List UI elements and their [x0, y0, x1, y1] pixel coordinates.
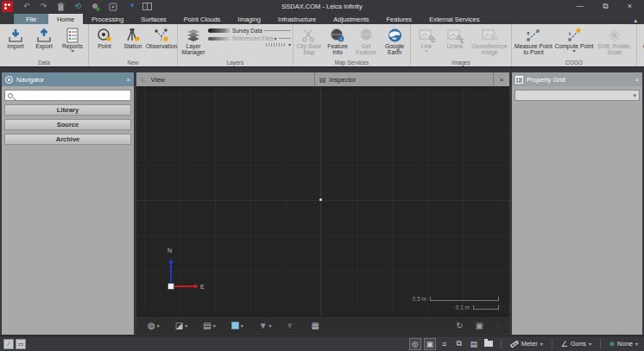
graphics-canvas[interactable]: N E 0.5 m 0.1 m: [136, 86, 509, 316]
ribbon-group-map-services: Clip Base Map i Feature Info Get Feature…: [294, 24, 411, 66]
layer-row-referenced-files[interactable]: Referenced Files: [208, 35, 291, 41]
tab-features[interactable]: Features: [378, 14, 421, 24]
compute-point-button[interactable]: Compute Point: [554, 25, 594, 53]
filter-disabled-icon: ▼: [286, 322, 294, 330]
group-label-layers: Layers: [180, 59, 291, 66]
view-panel: ∟ View ▤ Inspector × N E: [136, 72, 509, 335]
view-mode-button[interactable]: ▾: [229, 321, 246, 330]
close-button[interactable]: ×: [628, 3, 632, 10]
filter-secondary-button: ▼: [283, 321, 297, 331]
layer-row-survey-data[interactable]: Survey Data: [208, 28, 291, 34]
angle-unit-dropdown[interactable]: ∠ Gons ▾: [559, 339, 594, 349]
link-image-button: Link: [413, 25, 440, 53]
background-map-button[interactable]: ◍▾: [145, 321, 162, 331]
toggle-reports-button[interactable]: ▤: [468, 338, 480, 350]
archive-icon[interactable]: [108, 2, 117, 11]
north-label: N: [167, 248, 172, 254]
chevron-down-icon: ▾: [589, 341, 591, 347]
minimize-button[interactable]: —: [576, 3, 584, 10]
tab-inspector[interactable]: ▤ Inspector: [315, 72, 494, 86]
ribbon-group-coordinates: Coordinates: [637, 24, 644, 66]
point-icon: [97, 27, 112, 43]
filter-icon: ▼: [259, 322, 268, 330]
select-tool-button[interactable]: ◪▾: [173, 321, 190, 331]
tab-imaging[interactable]: Imaging: [229, 14, 269, 24]
tab-file[interactable]: File: [14, 14, 48, 24]
status-notes-icon[interactable]: ▭: [16, 339, 26, 349]
google-earth-button[interactable]: Google Earth: [381, 25, 408, 55]
redo-icon[interactable]: ↷: [39, 2, 48, 11]
new-point-button[interactable]: Point: [91, 25, 118, 49]
navigator-icon: [5, 76, 13, 84]
undo-icon[interactable]: ↶: [22, 2, 31, 11]
navigator-archive-button[interactable]: Archive: [4, 134, 131, 145]
tab-processing[interactable]: Processing: [83, 14, 132, 24]
navigator-header[interactable]: Navigator ×: [2, 72, 134, 86]
toggle-inspector-button[interactable]: ▣: [424, 338, 436, 350]
measure-point-to-point-button[interactable]: Measure Point to Point: [514, 25, 553, 55]
north-arrow: [170, 260, 172, 283]
view-pin-icon[interactable]: ×: [494, 72, 509, 86]
new-observation-button[interactable]: Observation: [148, 25, 175, 49]
refresh-view-button[interactable]: ↻: [456, 321, 463, 330]
scale-bars: 0.5 m 0.1 m: [413, 293, 499, 310]
navigator-source-button[interactable]: Source: [4, 119, 131, 130]
sync-icon[interactable]: ⟲: [73, 2, 83, 11]
status-sketch-icon[interactable]: ∕: [3, 339, 14, 349]
restore-button[interactable]: ⧉: [603, 3, 608, 10]
tab-point-clouds[interactable]: Point Clouds: [175, 14, 230, 24]
navigator-search-input[interactable]: [4, 90, 131, 101]
open-folder-button[interactable]: [483, 338, 495, 350]
tab-surfaces[interactable]: Surfaces: [132, 14, 175, 24]
tab-view[interactable]: ∟ View: [136, 72, 315, 86]
chevron-down-icon: ▾: [540, 341, 543, 347]
compute-point-icon: [565, 27, 583, 43]
unlink-icon: [447, 27, 464, 43]
ribbon-group-data: Import Export Reports Data: [0, 24, 89, 66]
property-grid-pin-icon[interactable]: ×: [635, 76, 639, 84]
coordinates-button[interactable]: Coordinates: [639, 25, 644, 53]
tab-infrastructure[interactable]: Infrastructure: [269, 14, 325, 24]
scale-secondary-label: 0.1 m: [456, 304, 470, 310]
navigator-library-button[interactable]: Library: [4, 104, 131, 116]
delete-icon[interactable]: [56, 2, 66, 11]
toggle-navigator-button[interactable]: ◎: [409, 338, 421, 350]
layer-options-row[interactable]: [208, 43, 291, 47]
app-logo-icon[interactable]: [2, 1, 13, 12]
export-button[interactable]: Export: [30, 25, 58, 49]
layer-options-dropdown[interactable]: [288, 43, 291, 47]
scale-primary-bar: [430, 297, 499, 301]
navigator-panel: Navigator × Library Source Archive: [2, 72, 134, 335]
feature-info-button[interactable]: i Feature Info: [324, 25, 351, 55]
new-station-button[interactable]: Station: [119, 25, 147, 49]
zoom-extents-button[interactable]: ▣: [476, 321, 483, 330]
property-grid-header[interactable]: Property Grid ×: [512, 72, 642, 86]
reports-button[interactable]: Reports: [59, 25, 86, 53]
compass-origin-square: [167, 283, 174, 290]
filter-button[interactable]: ▼▾: [256, 321, 275, 331]
tab-home[interactable]: Home: [48, 14, 83, 24]
shift-rotate-scale-button: Shift, Rotate, Scale: [595, 25, 635, 55]
grid-toggle-button[interactable]: ▦: [309, 321, 322, 331]
toggle-layers-button[interactable]: ⧉: [453, 338, 465, 350]
property-grid-selector[interactable]: ▾: [515, 90, 640, 101]
layer-manager-button[interactable]: Layer Manager: [180, 25, 207, 55]
layout-split-icon[interactable]: [142, 2, 152, 11]
tab-external-services[interactable]: External Services: [420, 14, 488, 24]
ribbon-group-images: Link Unlink Georeference Image Images: [411, 24, 512, 66]
toggle-properties-button[interactable]: ≡: [439, 338, 451, 350]
tab-adjustments[interactable]: Adjustments: [325, 14, 377, 24]
chevron-down-icon: ▾: [635, 341, 638, 347]
group-label-data: Data: [2, 59, 86, 66]
layers-visibility-button[interactable]: ▤▾: [200, 321, 218, 331]
navigator-pin-icon[interactable]: ×: [126, 76, 130, 84]
axes-icon: ∟: [141, 76, 148, 84]
collapse-ribbon-icon[interactable]: ▴: [634, 17, 637, 24]
ribbon-group-new: Point Station Observation New: [89, 24, 178, 66]
distance-unit-dropdown[interactable]: Meter ▾: [508, 339, 546, 348]
import-button[interactable]: Import: [2, 25, 29, 49]
pin-view-icon[interactable]: [125, 2, 135, 11]
coordinate-system-dropdown[interactable]: ◆ None ▾: [607, 339, 641, 348]
grid-icon: ▦: [312, 322, 319, 330]
instrument-import-icon[interactable]: [91, 2, 100, 11]
